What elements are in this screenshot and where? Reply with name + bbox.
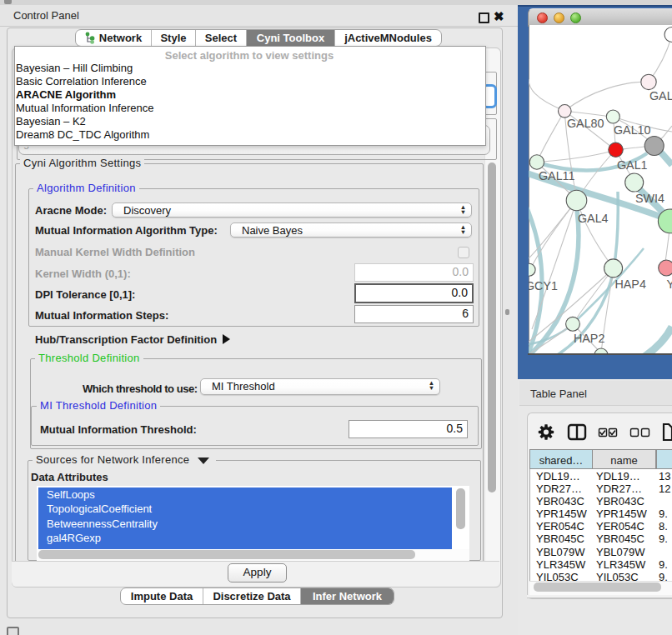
svg-text:GAL10: GAL10: [614, 123, 651, 137]
svg-text:YJ: YJ: [667, 278, 672, 291]
svg-text:GAL7: GAL7: [649, 89, 672, 102]
svg-text:SWI4: SWI4: [635, 192, 664, 205]
svg-text:GAL80: GAL80: [567, 117, 604, 130]
svg-text:GCY1: GCY1: [529, 279, 558, 292]
svg-text:HAP4: HAP4: [615, 278, 646, 291]
svg-text:HAP2: HAP2: [574, 332, 604, 345]
svg-text:GAL4: GAL4: [578, 212, 609, 225]
svg-text:GAL1: GAL1: [617, 158, 648, 172]
svg-text:GAL11: GAL11: [539, 169, 574, 182]
